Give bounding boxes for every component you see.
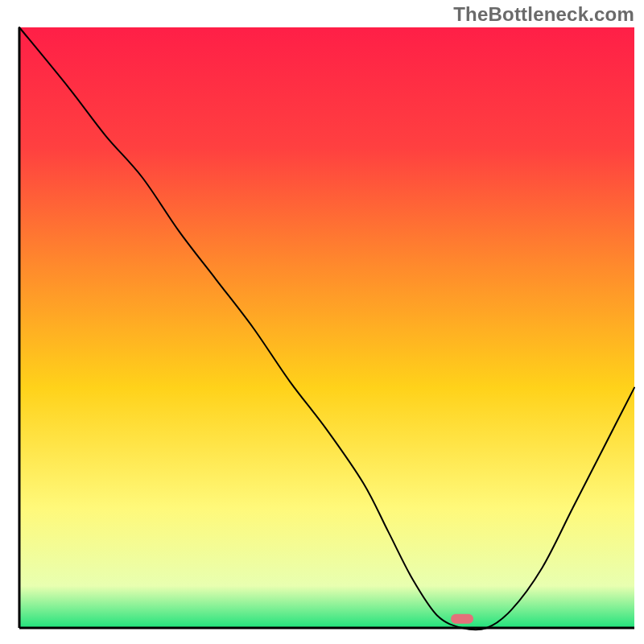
plot-background (19, 27, 634, 628)
bottleneck-chart (0, 0, 644, 644)
optimum-marker (451, 614, 473, 624)
chart-container: TheBottleneck.com (0, 0, 644, 644)
